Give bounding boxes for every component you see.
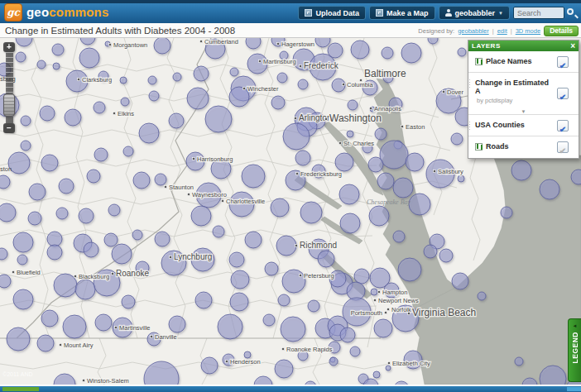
map-bubble[interactable] — [298, 79, 308, 89]
map-bubble[interactable] — [401, 43, 421, 63]
map-bubble[interactable] — [540, 179, 559, 199]
map-bubble[interactable] — [87, 170, 100, 183]
map-bubble[interactable] — [123, 146, 133, 156]
map-bubble[interactable] — [218, 314, 242, 339]
map-bubble[interactable] — [276, 236, 296, 256]
map-bubble[interactable] — [245, 232, 262, 248]
map-bubble[interactable] — [169, 316, 185, 332]
map-bubble[interactable] — [340, 213, 360, 233]
map-bubble[interactable] — [242, 165, 265, 188]
user-menu-button[interactable]: geobabbler ▼ — [439, 6, 510, 20]
zoom-slider-handle[interactable] — [3, 93, 15, 117]
search-button[interactable] — [564, 7, 578, 20]
layer-checkbox-usa-counties[interactable]: ✔ — [557, 120, 569, 131]
designer-link[interactable]: geobabbler — [458, 27, 489, 35]
map-bubble[interactable] — [28, 212, 41, 225]
map-bubble[interactable] — [229, 87, 249, 107]
map-bubble[interactable] — [205, 106, 232, 132]
make-a-map-button[interactable]: Make a Map — [369, 6, 435, 20]
map-bubble[interactable] — [351, 41, 369, 59]
drag-handle-icon[interactable] — [469, 122, 473, 131]
details-button[interactable]: Details — [544, 26, 579, 36]
map-bubble[interactable] — [52, 44, 64, 55]
map-bubble[interactable] — [295, 151, 310, 165]
map-bubble[interactable] — [409, 194, 430, 215]
3d-mode-link[interactable]: 3D mode — [516, 27, 540, 35]
map-bubble[interactable] — [398, 258, 421, 281]
map-bubble[interactable] — [54, 274, 77, 297]
map-bubble[interactable] — [458, 48, 466, 56]
map-bubble[interactable] — [121, 98, 129, 106]
map-bubble[interactable] — [478, 292, 486, 300]
map-bubble[interactable] — [348, 100, 358, 110]
upload-data-button[interactable]: Upload Data — [298, 6, 366, 20]
layer-expander-icon[interactable]: ▼ — [521, 109, 526, 114]
map-bubble[interactable] — [104, 233, 118, 246]
map-bubble[interactable] — [120, 77, 127, 84]
map-bubble[interactable] — [154, 38, 170, 54]
map-bubble[interactable] — [155, 232, 170, 246]
map-bubble[interactable] — [406, 153, 424, 171]
map-bubble[interactable] — [458, 175, 464, 182]
drag-handle-icon[interactable] — [469, 79, 473, 89]
map-bubble[interactable] — [40, 106, 55, 121]
map-bubble[interactable] — [452, 273, 468, 289]
map-bubble[interactable] — [347, 131, 353, 137]
map-bubble[interactable] — [393, 178, 413, 198]
map-bubble[interactable] — [122, 295, 135, 308]
map-bubble[interactable] — [132, 230, 142, 240]
map-bubble[interactable] — [195, 292, 212, 308]
map-bubble[interactable] — [230, 293, 248, 311]
map-bubble[interactable] — [386, 366, 391, 370]
map-bubble[interactable] — [155, 174, 166, 185]
map-bubble[interactable] — [13, 232, 33, 252]
map-bubble[interactable] — [21, 116, 31, 126]
map-bubble[interactable] — [194, 66, 209, 81]
map-bubble[interactable] — [0, 175, 10, 189]
map-bubble[interactable] — [283, 123, 310, 150]
map-bubble[interactable] — [41, 310, 58, 327]
map-bubble[interactable] — [335, 153, 353, 171]
map-bubble[interactable] — [369, 206, 389, 226]
map-bubble[interactable] — [0, 275, 11, 288]
map-bubble[interactable] — [59, 179, 74, 194]
map-bubble[interactable] — [53, 63, 60, 69]
map-bubble[interactable] — [112, 244, 132, 264]
map-bubble[interactable] — [213, 226, 224, 237]
map-bubble[interactable] — [95, 314, 112, 331]
map-bubble[interactable] — [244, 351, 251, 358]
map-bubble[interactable] — [201, 357, 218, 374]
map-bubble[interactable] — [169, 113, 184, 128]
map-bubble[interactable] — [329, 357, 338, 366]
map-bubble[interactable] — [13, 289, 33, 309]
map-bubble[interactable] — [191, 206, 211, 226]
close-icon[interactable]: × — [570, 42, 575, 50]
map-bubble[interactable] — [94, 102, 105, 113]
map-bubble[interactable] — [277, 73, 287, 83]
map-bubble[interactable] — [281, 317, 305, 342]
map-bubble[interactable] — [271, 96, 285, 109]
map-bubble[interactable] — [375, 128, 387, 140]
zoom-in-button[interactable]: + — [3, 42, 15, 52]
map-bubble[interactable] — [65, 109, 81, 126]
map-bubble[interactable] — [41, 155, 58, 171]
map-bubble[interactable] — [84, 242, 98, 257]
map-bubble[interactable] — [139, 123, 159, 143]
map-bubble[interactable] — [501, 207, 512, 218]
legend-tab[interactable]: ◄ LEGEND — [568, 318, 581, 382]
map-bubble[interactable] — [79, 208, 94, 223]
geocommons-logo[interactable]: gc geocommons — [4, 2, 109, 22]
map-bubble[interactable] — [374, 319, 392, 337]
map-bubble[interactable] — [368, 157, 383, 172]
map-bubble[interactable] — [47, 232, 62, 246]
map-bubble[interactable] — [271, 198, 289, 217]
map-bubble[interactable] — [354, 269, 369, 284]
map-bubble[interactable] — [47, 245, 62, 260]
layer-checkbox-change-in-estimated[interactable]: ✔ — [557, 88, 569, 99]
map-bubble[interactable] — [231, 270, 249, 289]
map-bubble[interactable] — [0, 203, 16, 222]
map-bubble[interactable] — [187, 88, 209, 109]
map-bubble[interactable] — [75, 280, 95, 299]
map-bubble[interactable] — [393, 231, 405, 242]
map-bubble[interactable] — [79, 48, 99, 68]
